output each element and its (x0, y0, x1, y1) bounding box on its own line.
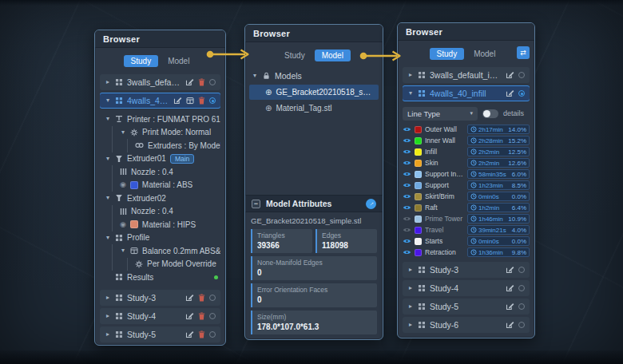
line-type-row[interactable]: Skirt/Brim 0min0s 0.0% (403, 191, 530, 202)
caret-down-icon[interactable]: ▾ (105, 195, 111, 201)
caret-right-icon[interactable]: ▸ (105, 79, 111, 85)
eye-icon[interactable] (403, 126, 411, 133)
study-row[interactable]: ▸ Study-4 (403, 280, 530, 296)
models-group-row[interactable]: ▾ Models (245, 68, 383, 84)
line-type-select[interactable]: Line Type ▾ (403, 107, 478, 121)
tab-study[interactable]: Study (124, 55, 159, 67)
edit-icon[interactable] (506, 266, 514, 274)
tree-item-profile[interactable]: ▾ Profile (105, 231, 220, 245)
caret-down-icon[interactable]: ▾ (407, 90, 414, 97)
trash-icon[interactable] (198, 330, 205, 338)
tree-item-printer[interactable]: ▾ Printer : FUNMAT PRO 610HT (105, 113, 220, 126)
radio-icon[interactable] (209, 79, 216, 85)
tree-item-results[interactable]: Results (105, 271, 220, 284)
edit-icon[interactable] (506, 71, 514, 79)
line-type-row[interactable]: Travel 39min21s 4.0% (403, 224, 530, 235)
radio-icon[interactable] (209, 313, 216, 319)
study-row[interactable]: ▸ Study-4 (100, 308, 220, 324)
edit-icon[interactable] (506, 284, 514, 292)
study-row[interactable]: ▸ Study-5 (100, 326, 220, 342)
trash-icon[interactable] (198, 78, 205, 86)
tree-item-print-mode[interactable]: ▾ Print Mode: Normal (120, 126, 220, 140)
edit-icon[interactable] (506, 89, 514, 97)
line-type-row[interactable]: Prime Tower 1h46min 10.9% (403, 213, 530, 224)
line-type-row[interactable]: Infill 2h2min 12.5% (403, 146, 530, 157)
compare-button[interactable]: ⇄ (517, 46, 530, 59)
tab-model[interactable]: Model (315, 49, 351, 61)
edit-icon[interactable] (185, 312, 194, 320)
tab-model[interactable]: Model (161, 55, 196, 67)
caret-right-icon[interactable]: ▸ (105, 331, 111, 338)
eye-icon[interactable] (403, 238, 411, 244)
tree-item-per-model-override[interactable]: Per Model Override (135, 258, 220, 271)
tree-item-material2[interactable]: ◉ Material : HIPS (120, 218, 220, 231)
study-row-4walls-selected[interactable]: ▾ 4walls_40_infill (403, 85, 530, 101)
edit-icon[interactable] (173, 97, 182, 105)
tree-item-extruder02[interactable]: ▾ Extruder02 (105, 192, 220, 205)
edit-icon[interactable] (185, 294, 194, 302)
caret-down-icon[interactable]: ▾ (105, 235, 111, 241)
caret-right-icon[interactable]: ▸ (407, 322, 414, 328)
eye-icon[interactable] (403, 171, 411, 177)
line-type-row[interactable]: Support Interface 58min35s 6.0% (403, 168, 530, 180)
tab-study[interactable]: Study (430, 48, 465, 60)
tab-study[interactable]: Study (277, 49, 312, 61)
tree-item-material1[interactable]: ◉ Material : ABS (120, 179, 220, 192)
tree-item-extruders[interactable]: Extruders : By Model (135, 139, 220, 152)
caret-right-icon[interactable]: ▸ (105, 313, 111, 319)
line-type-row[interactable]: Raft 1h2min 6.4% (403, 202, 530, 213)
caret-right-icon[interactable]: ▸ (407, 267, 414, 273)
model-attributes-header[interactable]: − Model Attributes → (245, 195, 383, 212)
study-row[interactable]: ▸ Study-3 (100, 290, 220, 306)
trash-icon[interactable] (198, 312, 205, 320)
model-row-selected[interactable]: ⊕ GE_Bracket20210518_simple.stl (249, 85, 379, 100)
model-row[interactable]: ⊕ Material_Tag.stl (245, 101, 383, 116)
collapse-icon[interactable]: − (252, 200, 260, 208)
line-type-row[interactable]: Support 1h23min 8.5% (403, 180, 530, 191)
study-row[interactable]: ▸ Study-6 (403, 317, 530, 333)
eye-icon[interactable] (403, 137, 411, 144)
caret-down-icon[interactable]: ▾ (105, 156, 111, 162)
line-type-row[interactable]: Skin 2h2min 12.6% (403, 157, 530, 168)
eye-icon[interactable] (403, 160, 411, 166)
caret-right-icon[interactable]: ▸ (407, 303, 414, 310)
tree-item-nozzle2[interactable]: Nozzle : 0.4 (120, 205, 220, 219)
details-toggle[interactable] (482, 109, 498, 118)
tree-item-extruder01[interactable]: ▾ Extruder01 Main (105, 152, 220, 166)
eye-icon[interactable] (403, 216, 411, 222)
study-row[interactable]: ▸ Study-3 (403, 262, 530, 278)
radio-icon[interactable] (518, 285, 525, 291)
trash-icon[interactable] (198, 294, 205, 302)
locate-icon[interactable]: → (366, 199, 376, 209)
caret-right-icon[interactable]: ▸ (407, 285, 414, 291)
eye-icon[interactable] (403, 204, 411, 211)
edit-icon[interactable] (506, 303, 514, 311)
study-row-4walls-selected[interactable]: ▾ 4walls_40_infill (100, 93, 220, 109)
eye-icon[interactable] (403, 249, 411, 255)
radio-icon[interactable] (518, 303, 525, 310)
caret-down-icon[interactable]: ▾ (252, 73, 258, 79)
tab-model[interactable]: Model (466, 48, 502, 60)
study-row-3walls[interactable]: ▸ 3walls_default_infill (403, 67, 530, 83)
eye-icon[interactable] (403, 227, 411, 233)
radio-icon[interactable] (209, 331, 216, 338)
tree-item-balance-profile[interactable]: ▾ Balance 0.2mm ABS&HIPS (120, 244, 220, 258)
eye-icon[interactable] (403, 182, 411, 188)
line-type-row[interactable]: Inner Wall 2h28min 15.2% (403, 135, 530, 146)
study-row[interactable]: ▸ Study-5 (403, 299, 530, 315)
radio-icon[interactable] (209, 295, 216, 301)
line-type-row[interactable]: Retraction 1h36min 9.8% (403, 247, 530, 258)
edit-icon[interactable] (185, 78, 194, 86)
caret-down-icon[interactable]: ▾ (120, 129, 126, 136)
caret-right-icon[interactable]: ▸ (407, 72, 414, 78)
caret-down-icon[interactable]: ▾ (105, 116, 111, 122)
study-row-3walls[interactable]: ▸ 3walls_default_infill (100, 74, 220, 90)
eye-icon[interactable] (403, 193, 411, 200)
radio-icon[interactable] (518, 322, 525, 328)
table-icon[interactable] (186, 97, 194, 105)
trash-icon[interactable] (198, 97, 205, 105)
target-icon[interactable] (209, 97, 216, 104)
target-icon[interactable] (518, 90, 525, 97)
radio-icon[interactable] (518, 267, 525, 273)
caret-down-icon[interactable]: ▾ (105, 97, 111, 104)
